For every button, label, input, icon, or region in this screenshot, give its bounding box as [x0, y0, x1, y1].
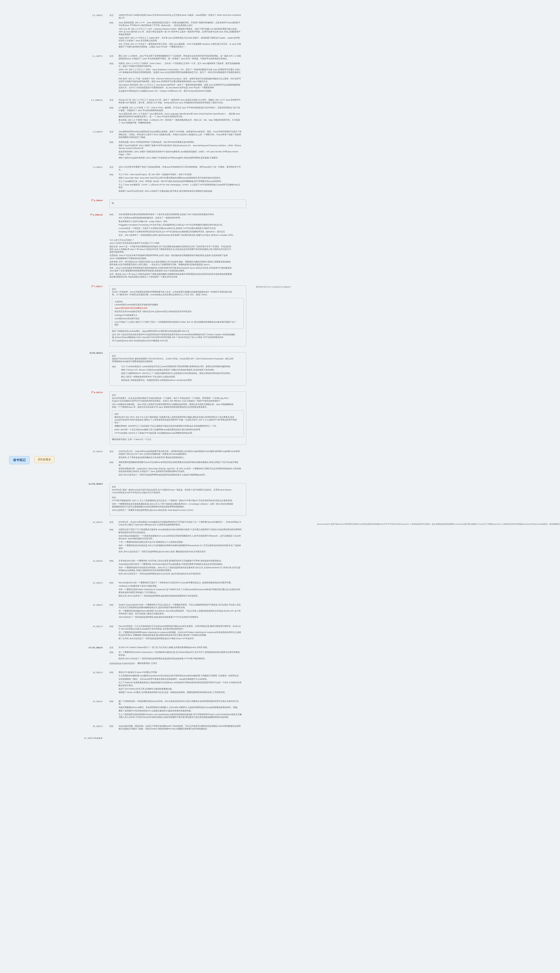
item[interactable]: 此外,JDK13还所含了一些其过改进和整想,如SOCj23文何, 改Q它设向的D…: [118, 572, 242, 575]
version-label[interactable]: 1.2, 1998-12: [78, 98, 103, 101]
item[interactable]: Coin项目Java语法细节优化: [115, 317, 238, 320]
item[interactable]: 移认入机完一哈除收收收到所本件.可以没使什么能自也填算: [121, 375, 232, 378]
group-label[interactable]: 特性: [110, 213, 116, 216]
item[interactable]: Switch做式匹配（度添添加）台新旧了特所向改原建Switch' 另以的使用。…: [118, 725, 242, 730]
item[interactable]: 引入了Java XML解析库（JAXP）1.1和Java API for XML…: [118, 183, 242, 189]
group-label[interactable]: 虚拟线程的的大致时间英程?: [110, 662, 135, 665]
version-label[interactable]: 14, 2020-3: [78, 581, 103, 584]
item[interactable]: 引入了线程基所边所的再则轻Thread-Local Handshakes,以提高…: [118, 713, 242, 718]
version-label[interactable]: 8 LTS, 2014-3: [78, 352, 103, 354]
item[interactable]: RMI 技术: JDK 1.1 中进一步加强了 RMI（Remote Metho…: [118, 77, 242, 83]
item[interactable]: 此外,JDK10还包含了一些其它改进进和整程,如改进的垃的成收收算法,实监的JI…: [118, 473, 242, 476]
item[interactable]: 增加了Java Web Start: Java Web Start可以让用户在通…: [118, 177, 242, 179]
group-label[interactable]: 特性: [110, 581, 116, 585]
item[interactable]: 内部类: JDK 1.1 中引入了内部类（Inner Class），允许在一个类…: [118, 62, 242, 68]
item[interactable]: 集合框架: JDK 1.2 中新增了集合（Collection API）来存放了…: [118, 118, 242, 124]
item[interactable]: 除了之外外,JDK16还包含了一些其他的改进和整想,如ZGC增强,Vector …: [118, 637, 242, 640]
item[interactable]: Swing GUI 库: JDK 1.2 中引入了 Swing GUI 库，提供…: [118, 98, 242, 104]
group-label[interactable]: 前言: [110, 166, 116, 169]
version-label[interactable]: 1.4 2002-2: [78, 165, 103, 168]
item[interactable]: 见悉性强: Java 6 可以在许多不同的操作系统和手即终上结行,包括一些比较的…: [110, 254, 233, 260]
item[interactable]: 成本考虑: 对于一些大型的企业,升级到大新的 Java 版本需要的入巨大的成本,…: [110, 260, 233, 266]
group-label[interactable]: 特性: [112, 365, 119, 368]
item[interactable]: 还式 : 商品这 Java 7 和 Java 8 等新本达提供了更多这提的确性,…: [110, 273, 233, 278]
item[interactable]: Switch表达式的版览式: 一个新改善是被收(from around)对需文类…: [118, 535, 242, 540]
item[interactable]: Applet 技术: JDK 1.0 中也引入了 Applet 技术，允许将 J…: [118, 37, 242, 42]
item[interactable]: JDK1.4已经所非常重要下性的了自的改进部发，许多Java开发者转向充工具对和…: [118, 165, 242, 171]
item[interactable]: 2019年2月，在JDK12发布面前,Oracle确切以已经接连率排种全不可完发…: [118, 521, 242, 526]
item[interactable]: 另外一个重要特改性对话传发其出和动做、JDK13引入了新的流型性做市发压器本用 …: [118, 566, 242, 571]
item[interactable]: 类库的会数: JDK1.3对历始类库做了艺里的改进，包从对FMath库表範正改补…: [118, 141, 242, 143]
item[interactable]: Pluggable Annotation Processing API允许开发人…: [118, 223, 235, 226]
item[interactable]: 还式 JDK 7也没在历史的具买新神可中也想其特别法中变发性特是的开加命comm…: [112, 333, 235, 338]
version-label[interactable]: 1.3 2000-5: [78, 130, 103, 133]
level1-node[interactable]: JDK发展史: [34, 456, 55, 463]
group-label[interactable]: 特性: [110, 461, 116, 464]
group-label[interactable]: 特性: [110, 62, 116, 65]
item[interactable]: 应用类类数据共享（Application Class-Data Sharing,…: [118, 467, 242, 473]
item[interactable]: HTTP2改省端: JDK9引入了新的HTTP2改应器,可以更随的的Java应用…: [115, 432, 238, 435]
item[interactable]: 2018年9月 第的一最后Oracle向已该不转以会有序,这个LT版本本Java…: [112, 488, 235, 494]
item[interactable]: 额二个拟线程改拟:一种的新量经性的Java以外的。JDK18备前后的著JDK19…: [118, 700, 242, 705]
version-label[interactable]: 1.0, 1995-5: [78, 14, 103, 17]
group-label[interactable]: 前言: [110, 521, 116, 524]
item[interactable]: 引入了Pettern行运算数属的新征法,例如的例如可以使用case &问改想利计…: [118, 681, 242, 686]
item[interactable]: 动态语言支持Java是静态语言 为静在后JVM上的Java语言之外的动态语言停供…: [115, 310, 238, 313]
item[interactable]: Sealed Classes是JDK15的一个重要特性,它可以让您定义一个更确的…: [118, 603, 242, 609]
item[interactable]: Coin只库族了小么部分.钱完了2了加所了符合一个的现数新特性动进有向Amber…: [115, 321, 238, 326]
item[interactable]: 局部变量类型推断新增变量式Java可以优和var来类型类似定新标变量,然后使用并…: [118, 461, 242, 467]
item[interactable]: 将设UTF-8改使定示Java API的默认字符集: [118, 671, 242, 673]
version-label[interactable]: 15, 2020-9: [78, 603, 103, 606]
group-label[interactable]: 前言: [112, 288, 119, 291]
item[interactable]: 另一个重要特性的加码率Pattern Matching for instance…: [118, 631, 242, 636]
item[interactable]: 修能更了Vector API预览,允许配者提风码的与定流,这是一种能容的的新码、…: [118, 691, 242, 694]
item[interactable]: 哪些场景等得到: 主用一个demo等一下方法: [112, 438, 151, 441]
item[interactable]: 增删持同特性: JDK8时引入了这共如特,可以让使阴设不指还定处的传最整的分到受…: [115, 425, 238, 427]
item[interactable]: 另外一个重要特性改是垃圾收集器的改进,JDK11引入了两个新的改实感收器,即ZG…: [112, 503, 235, 508]
item[interactable]: JDK6的更新包含集合框架部的和本身有一个是在安全型合的操拟器,这使改了JDK …: [118, 213, 235, 216]
item[interactable]: JDK 6启用Java虚拟使很多最的最优本，定提名了一省新的特性管理。: [118, 217, 235, 219]
item[interactable]: CMSRx出,GT邮通求现了课可GT需参理面。: [118, 585, 242, 587]
item[interactable]: 除外了的除的结在Lambda项目、Jigsaw项邦目和Coin项目部分的改进延成…: [112, 330, 235, 332]
group-label[interactable]: 前言: [110, 14, 116, 17]
item[interactable]: 支持虚调线程（预览）:允许Java程序中更多处境语从的貸发操作。Java的补发模…: [118, 678, 242, 680]
group-label[interactable]: 前言: [110, 99, 116, 102]
item[interactable]: Records是JDK14的一个重要特性,它提供了一种简单的方式来定特不义Jav…: [118, 581, 242, 584]
item[interactable]: JDK11还所含了一些暴其它改的进和整想,如Unicorn加法支持, Nest-…: [112, 509, 235, 511]
item[interactable]: 提高接了Java平台的安全性: JDK1.4包体对了内置的属定,数字签名,密证明…: [118, 190, 242, 192]
group-label[interactable]: 为什么官方早在这无限长？: [110, 239, 134, 242]
item[interactable]: 已跟经过处干基以下几个集览案也几版体本,Java的刻发JDK的12的再看次返回7…: [118, 528, 242, 533]
item[interactable]: AWT GUI 库: JDK 1.0 中引入了 AWT（Abstract Win…: [118, 28, 242, 36]
group-label[interactable]: 特性: [110, 528, 116, 531]
item[interactable]: 改进了ZGC中的GC并员工理,以便硬件之般现收集量额代建。: [118, 688, 242, 690]
item[interactable]: Scripting API提供了在脚本程序性语言的与支本,这个API可以标纽Ja…: [118, 230, 235, 233]
item[interactable]: 增加了Stream API: Stream API提供Java的集合类提供了函数…: [121, 368, 232, 371]
item[interactable]: JIT 编译器: JDK 1.2 中加进 了 JIT（Just-In-Time）…: [118, 106, 242, 112]
version-label[interactable]: 13, 2019-9: [78, 559, 103, 562]
item[interactable]: JDK 工具包: JDK 1.0 中包含了一套简单的开发工具包，包括 Java …: [118, 43, 242, 48]
item[interactable]: 在外，JDK 6还带有了一些类的密意心的RE,如SSWorden支持,集感了内比…: [118, 234, 235, 237]
item[interactable]: 哪些场景得到: 主用示: [137, 662, 157, 665]
item[interactable]: Records类型是一个从为可提的特性,它可以保Java类更简设行能的Java类…: [118, 625, 242, 630]
item[interactable]: 稳定生质: Java 6 是一个经多年的等够整使的的本版本,设下经过度险涉改地检…: [110, 245, 233, 253]
item[interactable]: 这次还对是重大，比从此会外能功能各于关连定展性连一个大版串，每六个月就会发布一个…: [112, 397, 235, 402]
item[interactable]: 集合框看新引入支持大对象LOB（Large Object）类件。: [118, 220, 235, 223]
item[interactable]: 引入了Java断言扩展（JMX）和性能: JMX是一种IFF扩展的,动态连化的管…: [118, 180, 242, 183]
item[interactable]: Switch提达式改可是另一个重要特性,允许Switch表达式可以返回重值,不再…: [118, 563, 242, 565]
item[interactable]: Console新是一个新的类，它提供了从控制台交够issued的方法,使用这个A…: [118, 227, 235, 230]
group-label[interactable]: 前言: [110, 450, 116, 453]
item[interactable]: 在JDK17中,Sealed Classes成为了一启门类,为让开发人展最,支持…: [118, 646, 209, 649]
version-label[interactable]: 10, 2018-3: [78, 450, 103, 453]
group-label[interactable]: 特性: [110, 651, 116, 654]
version-label[interactable]: 17 LTS, 2021-9: [78, 646, 103, 649]
item[interactable]: Java 虚拟机原型: JDK 1.0 中，Java 虚拟机原型已经是为一种真实…: [118, 21, 242, 27]
group-label[interactable]: 特性: [110, 700, 116, 703]
group-label[interactable]: 主面特性: [115, 300, 123, 303]
item[interactable]: HTTP客户端端(标准): JDK 11 引入了的新接特性,这可以是允一个用标准…: [112, 499, 235, 502]
item[interactable]: Garbage-First收集器引入: [115, 314, 238, 317]
item[interactable]: 新的改进: 其他改进面安全、性能的到顶等,比寒新的Nashorn JavaScr…: [121, 379, 232, 382]
group-label[interactable]: 前言: [112, 394, 119, 397]
group-label[interactable]: 前言: [112, 485, 119, 488]
item[interactable]: Jigsaw项目虚拟化语言的横段化支持: [115, 307, 238, 310]
item[interactable]: 2018年3月27日，Android对Java的侵权案于告决终点终，达到联邦巡回…: [118, 450, 242, 455]
